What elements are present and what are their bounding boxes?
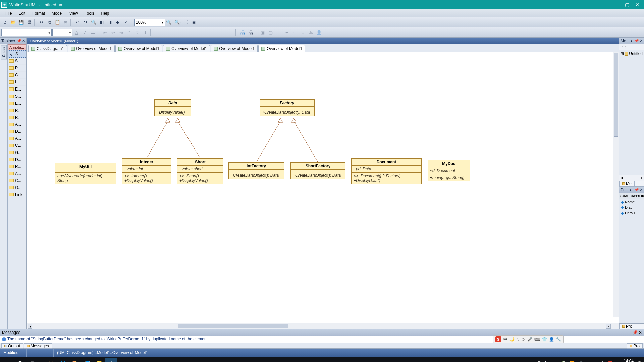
align-bottom-icon[interactable]: ⤓ (142, 29, 149, 36)
send-back-icon[interactable]: ▢ (267, 29, 274, 36)
uml-class-short[interactable]: Short~value: short<>~Short()+DisplayValu… (177, 158, 223, 184)
chrome-icon[interactable]: 🟡 (93, 358, 105, 362)
group-label-icon[interactable]: abc (307, 29, 315, 36)
tab-messages[interactable]: Messages (24, 343, 52, 349)
eq-width-icon[interactable]: ↔ (291, 29, 299, 36)
zoom-in-icon[interactable]: 🔍+ (166, 19, 173, 26)
eq-height-icon[interactable]: ↕ (299, 29, 307, 36)
cortana-icon[interactable]: ◯ (14, 358, 26, 362)
dist-v-icon[interactable]: ⫟ (283, 29, 290, 36)
sort-asc-icon[interactable]: ↕↑ (620, 45, 624, 49)
toolbox-item[interactable]: D... (8, 156, 26, 163)
ime-skin-icon[interactable]: 👕 (542, 337, 547, 342)
scroll-right-icon[interactable]: ▸ (639, 175, 644, 181)
menu-edit[interactable]: Edit (15, 10, 29, 16)
toolbox-item[interactable]: E... (8, 86, 26, 93)
font-combo[interactable]: ▾ (1, 29, 52, 36)
document-tab[interactable]: Overview of Model1 (115, 45, 162, 52)
close-icon[interactable]: ✕ (640, 39, 643, 43)
scroll-left-icon[interactable]: ◂ (619, 175, 624, 181)
uml-class-document[interactable]: Document~pd: Data<>~Document(pf: Factory… (351, 158, 422, 184)
toolbox-item[interactable]: C... (8, 142, 26, 149)
highlight-icon[interactable]: ◆ (114, 19, 121, 26)
toolbox-item[interactable]: S... (8, 93, 26, 100)
zoom-combo[interactable]: 100%▾ (134, 19, 165, 26)
font-color-icon[interactable]: A (73, 29, 80, 36)
diagram-canvas[interactable]: Data+DisplayValue()Factory+CreateDataObj… (27, 52, 619, 323)
undo-icon[interactable]: ↶ (74, 19, 81, 26)
properties-grid[interactable]: ◆ Name◆ Diagr◆ Defau (619, 199, 644, 324)
toolbox-item[interactable]: Link (8, 191, 26, 198)
paste-icon[interactable]: 📋 (54, 19, 61, 26)
property-row[interactable]: ◆ Defau (620, 210, 643, 216)
minimize-button[interactable]: — (614, 2, 619, 7)
tab-profiles[interactable]: Pro (627, 343, 643, 349)
horizontal-scrollbar[interactable]: ◂ ▸ (27, 323, 619, 329)
align-right-icon[interactable]: ⇥ (117, 29, 125, 36)
close-icon[interactable]: ✕ (639, 330, 642, 335)
redo-icon[interactable]: ↷ (82, 19, 89, 26)
pin-icon[interactable]: 📌 (633, 330, 638, 335)
uml-class-intfactory[interactable]: IntFactory+CreateDataObject(): Data (228, 162, 284, 179)
save-icon[interactable]: 💾 (17, 19, 25, 26)
document-tab[interactable]: Overview of Model1 (258, 45, 305, 52)
copy-icon[interactable]: ⧉ (46, 19, 53, 26)
layout-btn1[interactable]: 品 (239, 29, 246, 36)
ime-user-icon[interactable]: 👤 (549, 337, 554, 342)
maximize-button[interactable]: ▢ (625, 2, 629, 7)
close-icon[interactable]: ✕ (640, 188, 643, 192)
menu-help[interactable]: Help (98, 10, 113, 16)
clock[interactable]: 14:04 2018/4/16 (616, 359, 634, 362)
toolbox-item[interactable]: D... (8, 128, 26, 135)
menu-model[interactable]: Model (48, 10, 66, 16)
line-color-icon[interactable]: ╱ (81, 29, 89, 36)
toolbox-item[interactable]: P... (8, 114, 26, 121)
document-tab[interactable]: Overview of Model1 (211, 45, 258, 52)
uml-class-mydoc[interactable]: MyDoc~d: Document+main(args: String) (428, 160, 470, 181)
document-tab[interactable]: Overview of Model1 (68, 45, 115, 52)
align-middle-icon[interactable]: ⇕ (133, 29, 141, 36)
ime-tray-icon[interactable]: 中 (601, 361, 605, 362)
pin-icon[interactable]: ▴ (631, 39, 633, 43)
system-tray[interactable]: ❔ ˆ ● ᛒ 🔋 📶 🔊 ☁ ▭ 中 S 14:04 2018/4/16 💬 (537, 359, 642, 362)
close-icon[interactable]: ✕ (22, 39, 25, 43)
align-top-icon[interactable]: ⤒ (125, 29, 133, 36)
delete-icon[interactable]: ✖ (62, 19, 69, 26)
mark-icon[interactable]: ✓ (122, 19, 129, 26)
uml-class-myutil[interactable]: MyUtilage2fivegrade(grade: int): String (55, 163, 116, 184)
pin-icon[interactable]: 📌 (17, 39, 21, 43)
actor-icon[interactable]: 👤 (315, 29, 323, 36)
edge-icon[interactable]: 🌐 (57, 358, 69, 362)
tab-output[interactable]: Output (1, 343, 23, 349)
uml-class-data[interactable]: Data+DisplayValue() (154, 99, 191, 116)
toolbox-item[interactable]: C... (8, 72, 26, 79)
bring-front-icon[interactable]: ▣ (259, 29, 266, 36)
fill-color-icon[interactable]: ▬ (89, 29, 97, 36)
document-tab[interactable]: Overview of Model1 (163, 45, 210, 52)
toolbox-item[interactable]: A... (8, 121, 26, 128)
toolbox-vtab-class[interactable]: Class (1, 45, 7, 59)
ime-toolbar[interactable]: S 中 🌙 °, ☺ 🎤 ⌨ 👕 👤 🔧 (493, 335, 564, 343)
pin2-icon[interactable]: 📌 (634, 188, 639, 192)
toolbox-item[interactable]: I... (8, 79, 26, 86)
find-icon[interactable]: 🔍 (90, 19, 97, 26)
ime-punct-icon[interactable]: °, (517, 337, 519, 342)
layout-btn2[interactable]: 品 (247, 29, 254, 36)
start-button[interactable]: ⊞ (2, 358, 14, 362)
scroll-left-icon[interactable]: ◂ (28, 324, 32, 329)
ime-keyboard-icon[interactable]: ⌨ (534, 337, 540, 342)
ime-lang-icon[interactable]: 中 (503, 337, 507, 342)
toolbox-item[interactable]: A... (8, 170, 26, 177)
active-document-tab[interactable]: Overview of Model1 (Model1) (27, 38, 82, 44)
model-tab[interactable]: Mo (619, 181, 635, 186)
sort-desc-icon[interactable]: ↕↓ (624, 45, 628, 49)
zoom-fit-icon[interactable]: ⛶ (182, 19, 189, 26)
menu-tools[interactable]: Tools (82, 10, 98, 16)
pin2-icon[interactable]: 📌 (634, 39, 639, 43)
toolbox-item[interactable]: ⬉S... (8, 50, 26, 58)
align-center-icon[interactable]: ⇔ (109, 29, 117, 36)
properties-tab[interactable]: Pro (619, 324, 635, 329)
zoom-region-icon[interactable]: ▣ (190, 19, 197, 26)
property-row[interactable]: ◆ Diagr (620, 205, 643, 210)
ime-mic-icon[interactable]: 🎤 (527, 337, 532, 342)
